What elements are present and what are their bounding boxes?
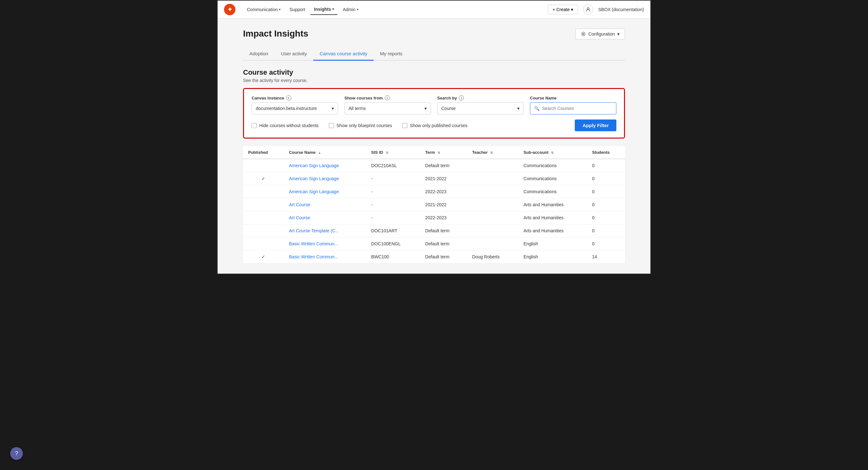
cell-published	[243, 198, 284, 211]
search-by-info-icon[interactable]: i	[459, 95, 464, 100]
course-name-link[interactable]: American Sign Language	[289, 189, 339, 194]
published-courses-checkbox[interactable]	[402, 123, 407, 128]
course-name-link[interactable]: American Sign Language	[289, 176, 339, 181]
show-courses-from-label: Show courses from i	[344, 95, 431, 100]
course-name-filter: Course Name 🔍	[530, 96, 616, 115]
cell-sis-id: -	[366, 211, 420, 224]
col-term[interactable]: Term ⇅	[420, 146, 467, 159]
cell-published	[243, 224, 284, 238]
search-by-filter: Search by i Course ▾	[437, 95, 524, 115]
filter-panel: Canvas Instance i documentation.beta.ins…	[243, 88, 625, 138]
blueprint-courses-checkbox[interactable]	[329, 123, 334, 128]
table-row: Art Course Template (C...DOC101ARTDefaul…	[243, 224, 625, 238]
tab-user-activity[interactable]: User activity	[275, 47, 313, 60]
cell-students: 0	[587, 198, 625, 211]
cell-sub-account: English	[519, 250, 587, 263]
show-courses-from-filter: Show courses from i All terms ▾	[344, 95, 431, 115]
search-icon: 🔍	[534, 106, 539, 111]
search-by-label: Search by i	[437, 95, 524, 100]
cell-students: 0	[587, 172, 625, 185]
tab-canvas-course-activity[interactable]: Canvas course activity	[313, 47, 374, 60]
table-row: American Sign Language-2022-2023Communic…	[243, 185, 625, 198]
col-teacher[interactable]: Teacher ⇅	[467, 146, 519, 159]
cell-sub-account: Arts and Humanities	[519, 198, 587, 211]
nav-item-communication[interactable]: Communication ▾	[243, 4, 284, 14]
tab-my-reports[interactable]: My reports	[374, 47, 409, 60]
cell-sis-id: DOC210ASL	[366, 159, 420, 172]
cell-sis-id: BWC100	[366, 250, 420, 263]
col-sub-account[interactable]: Sub-account ⇅	[519, 146, 587, 159]
cell-teacher	[467, 211, 519, 224]
nav-items: Communication ▾ Support Insights ▾ Admin…	[243, 4, 540, 15]
course-name-link[interactable]: Art Course	[289, 215, 310, 220]
sort-both-icon: ⇅	[551, 151, 554, 154]
cell-teacher	[467, 172, 519, 185]
published-courses-checkbox-label[interactable]: Show only published courses	[402, 123, 467, 128]
cell-course-name: Art Course Template (C...	[284, 224, 366, 238]
nav-item-insights[interactable]: Insights ▾	[310, 4, 338, 15]
hide-courses-checkbox[interactable]	[252, 123, 257, 128]
top-navigation: ✦ Communication ▾ Support Insights ▾ Adm…	[218, 1, 650, 19]
canvas-instance-select[interactable]: documentation.beta.instructure ▾	[252, 102, 338, 115]
canvas-instance-info-icon[interactable]: i	[286, 95, 291, 100]
cell-students: 14	[587, 250, 625, 263]
apply-filter-button[interactable]: Apply Filter	[575, 120, 616, 131]
cell-sis-id: DOC101ART	[366, 224, 420, 238]
cell-students: 0	[587, 159, 625, 172]
cell-sub-account: English	[519, 238, 587, 250]
cell-sis-id: DOC100ENGL	[366, 238, 420, 250]
cell-sub-account: Arts and Humanities	[519, 224, 587, 238]
show-courses-from-select[interactable]: All terms ▾	[344, 102, 431, 115]
filter-row-1: Canvas Instance i documentation.beta.ins…	[252, 95, 616, 115]
tab-adoption[interactable]: Adoption	[243, 47, 275, 60]
svg-point-1	[582, 33, 584, 35]
cell-sub-account: Communications	[519, 185, 587, 198]
cell-sis-id: -	[366, 185, 420, 198]
create-button[interactable]: + Create ▾	[548, 5, 578, 14]
cell-course-name: Art Course	[284, 211, 366, 224]
cell-published	[243, 185, 284, 198]
cell-term: 2022-2023	[420, 211, 467, 224]
cell-term: 2022-2023	[420, 185, 467, 198]
col-course-name[interactable]: Course Name ▲	[284, 146, 366, 159]
cell-sub-account: Communications	[519, 172, 587, 185]
cell-teacher	[467, 198, 519, 211]
checkbox-row: Hide courses without students Show only …	[252, 123, 467, 128]
nav-item-admin[interactable]: Admin ▾	[339, 4, 362, 14]
chevron-down-icon: ▾	[617, 31, 620, 36]
cell-students: 0	[587, 238, 625, 250]
cell-published	[243, 159, 284, 172]
user-avatar-icon[interactable]	[583, 4, 593, 14]
table-row: ✓Basic Written Commun...BWC100Default te…	[243, 250, 625, 263]
configuration-button[interactable]: Configuration ▾	[576, 29, 625, 39]
col-sis-id[interactable]: SIS ID ⇅	[366, 146, 420, 159]
table-row: Art Course-2021-2022Arts and Humanities0	[243, 198, 625, 211]
cell-course-name: American Sign Language	[284, 172, 366, 185]
blueprint-courses-checkbox-label[interactable]: Show only blueprint courses	[329, 123, 392, 128]
search-courses-input[interactable]	[542, 106, 612, 111]
nav-item-support[interactable]: Support	[286, 4, 309, 14]
search-by-select[interactable]: Course ▾	[437, 102, 524, 115]
cell-teacher	[467, 185, 519, 198]
cell-sis-id: -	[366, 172, 420, 185]
page-title: Impact Insights	[243, 29, 308, 39]
hide-courses-checkbox-label[interactable]: Hide courses without students	[252, 123, 319, 128]
table-header: Published Course Name ▲ SIS ID ⇅ Term ⇅	[243, 146, 625, 159]
course-name-link[interactable]: Art Course Template (C...	[289, 228, 339, 233]
app-logo[interactable]: ✦	[224, 4, 236, 15]
course-name-link[interactable]: Art Course	[289, 202, 310, 207]
help-button[interactable]: ?	[10, 447, 23, 460]
course-name-link[interactable]: Basic Written Commun...	[289, 254, 338, 259]
cell-teacher: Doug Roberts	[467, 250, 519, 263]
nav-right: + Create ▾ SBOX (documentation)	[548, 4, 644, 14]
cell-course-name: Basic Written Commun...	[284, 250, 366, 263]
tab-bar: Adoption User activity Canvas course act…	[243, 47, 625, 61]
course-name-link[interactable]: American Sign Language	[289, 163, 339, 168]
show-courses-from-info-icon[interactable]: i	[385, 95, 390, 100]
chevron-down-icon: ▾	[571, 7, 573, 12]
course-name-link[interactable]: Basic Written Commun...	[289, 241, 338, 246]
cell-sub-account: Communications	[519, 159, 587, 172]
page-header: Impact Insights Configuration ▾	[243, 29, 625, 39]
sort-both-icon: ⇅	[386, 151, 388, 154]
table-row: Art Course-2022-2023Arts and Humanities0	[243, 211, 625, 224]
